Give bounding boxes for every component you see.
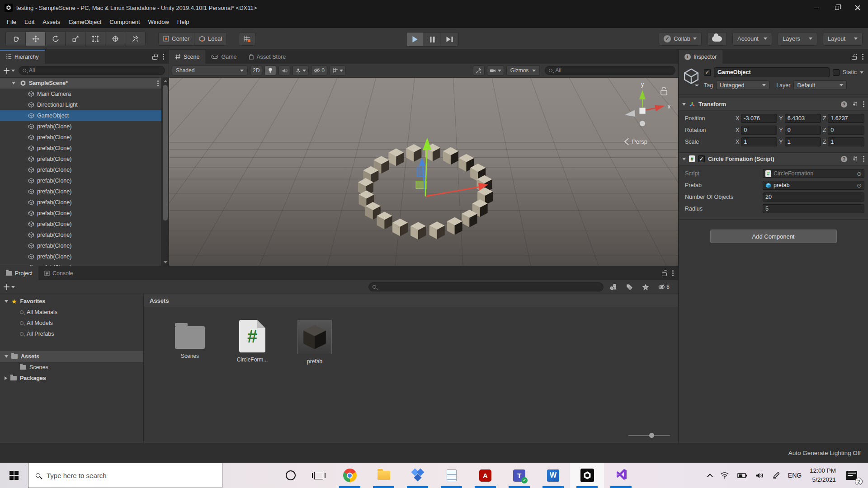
help-icon[interactable] [841,156,847,162]
tray-expand-button[interactable] [704,463,716,488]
active-checkbox[interactable] [704,69,711,76]
scene-viewport[interactable]: y x Persp [169,78,678,266]
favorites-item[interactable]: All Prefabs [0,328,143,339]
effects-dropdown-button[interactable] [292,66,309,75]
taskbar-acrobat[interactable]: A [468,463,502,488]
static-checkbox[interactable] [833,69,840,76]
orientation-gizmo[interactable]: y x [625,81,670,126]
scroll-up-icon[interactable] [164,80,167,82]
hierarchy-item[interactable]: prefab(Clone) [0,219,161,230]
panel-menu-icon[interactable] [163,56,164,57]
scene-camera-dropdown[interactable] [487,66,504,75]
close-button[interactable] [847,0,868,15]
tag-dropdown[interactable]: Untagged [716,80,769,90]
hierarchy-item[interactable]: GameObject [0,110,161,121]
audio-toggle-button[interactable] [278,66,290,75]
taskbar-visual-studio[interactable] [604,463,638,488]
task-view-button[interactable] [305,463,333,488]
tab-game[interactable]: Game [205,50,242,64]
hierarchy-item[interactable]: prefab(Clone) [0,154,161,164]
panel-menu-icon[interactable] [862,56,863,57]
hierarchy-scene-row[interactable]: SampleScene* [0,78,169,89]
help-icon[interactable] [841,101,847,108]
scenes-folder-row[interactable]: Scenes [0,362,143,373]
number-of-objects-field[interactable]: 20 [763,192,864,202]
scene-search-input[interactable]: All [545,66,675,75]
foldout-icon[interactable] [682,158,686,160]
rect-tool-button[interactable] [85,32,105,46]
minimize-button[interactable] [806,0,826,15]
object-picker-icon[interactable]: ⊙ [857,171,862,177]
taskbar-file-explorer[interactable] [367,463,401,488]
hierarchy-item[interactable]: prefab(Clone) [0,132,161,143]
script-component-header[interactable]: Circle Formation (Script) [679,152,868,165]
pause-button[interactable] [424,33,441,46]
hierarchy-item[interactable]: prefab(Clone) [0,240,161,251]
x-value-field[interactable]: -3.076 [741,114,777,123]
tab-asset-store[interactable]: Asset Store [243,50,292,64]
thumbnail-size-slider[interactable] [628,433,670,438]
component-enabled-checkbox[interactable] [698,155,705,162]
gizmos-dropdown[interactable]: Gizmos [506,66,540,75]
scene-tools-button[interactable] [473,66,485,75]
hierarchy-item[interactable]: prefab(Clone) [0,251,161,262]
create-asset-button[interactable] [4,284,15,290]
z-value-field[interactable]: 0 [828,126,864,135]
lock-icon[interactable] [152,56,157,60]
lock-icon[interactable] [662,272,667,276]
hierarchy-item[interactable]: prefab(Clone) [0,121,161,132]
hierarchy-item[interactable]: prefab(Clone) [0,143,161,154]
taskbar-clock[interactable]: 12:00 PM 5/2/2021 [806,463,840,488]
asset-item-prefab[interactable]: prefab [292,320,337,365]
hierarchy-item[interactable]: Main Camera [0,89,161,99]
wifi-indicator[interactable] [716,463,733,488]
hierarchy-item[interactable]: prefab(Clone) [0,262,161,266]
play-button[interactable] [407,33,424,46]
menu-item[interactable]: Edit [20,17,38,27]
scale-tool-button[interactable] [66,32,85,46]
hidden-objects-button[interactable]: 0 [311,66,327,75]
presets-icon[interactable] [852,101,858,108]
object-picker-icon[interactable]: ⊙ [857,183,862,188]
foldout-icon[interactable] [5,300,8,303]
step-button[interactable] [441,33,458,46]
scene-menu-icon[interactable] [157,83,159,84]
hierarchy-item[interactable]: prefab(Clone) [0,164,161,175]
taskbar-word[interactable]: W [536,463,570,488]
tab-inspector[interactable]: Inspector [679,50,722,64]
menu-item[interactable]: Help [173,17,193,27]
hierarchy-item[interactable]: prefab(Clone) [0,230,161,240]
rotate-tool-button[interactable] [46,32,66,46]
grid-snapping-button[interactable] [239,32,255,46]
asset-item-script[interactable]: CircleForm... [230,320,275,365]
taskbar-chrome[interactable] [333,463,367,488]
tab-console[interactable]: Console [38,266,79,280]
slider-knob[interactable] [649,433,654,438]
taskbar-unity-editor[interactable] [570,463,604,488]
foldout-icon[interactable] [12,82,15,84]
hierarchy-item[interactable]: prefab(Clone) [0,197,161,208]
cortana-button[interactable] [277,463,305,488]
asset-item-scenes[interactable]: Scenes [167,320,212,365]
prefab-reference-field[interactable]: prefab ⊙ [763,181,864,190]
favorites-root[interactable]: ★ Favorites [0,296,143,307]
taskbar-search-input[interactable]: Type here to search [28,463,222,488]
x-value-field[interactable]: 0 [741,126,777,135]
taskbar-notepad[interactable] [434,463,468,488]
pen-indicator[interactable] [768,463,784,488]
tab-scene[interactable]: Scene [169,50,205,64]
taskbar-teams[interactable]: T✓ [502,463,536,488]
project-search-input[interactable] [368,282,604,291]
account-dropdown[interactable]: Account [732,32,772,46]
radius-field[interactable]: 5 [763,204,864,213]
menu-item[interactable]: Assets [38,17,64,27]
menu-item[interactable]: File [3,17,20,27]
hierarchy-item[interactable]: Directional Light [0,99,161,110]
lighting-toggle-button[interactable] [264,66,276,75]
cloud-button[interactable] [707,32,727,46]
lighting-status[interactable]: Auto Generate Lighting Off [788,450,861,456]
static-dropdown-icon[interactable] [860,71,863,74]
persp-toggle[interactable]: Persp [625,138,647,145]
y-value-field[interactable]: 0 [785,126,821,135]
component-menu-icon[interactable] [863,103,864,105]
